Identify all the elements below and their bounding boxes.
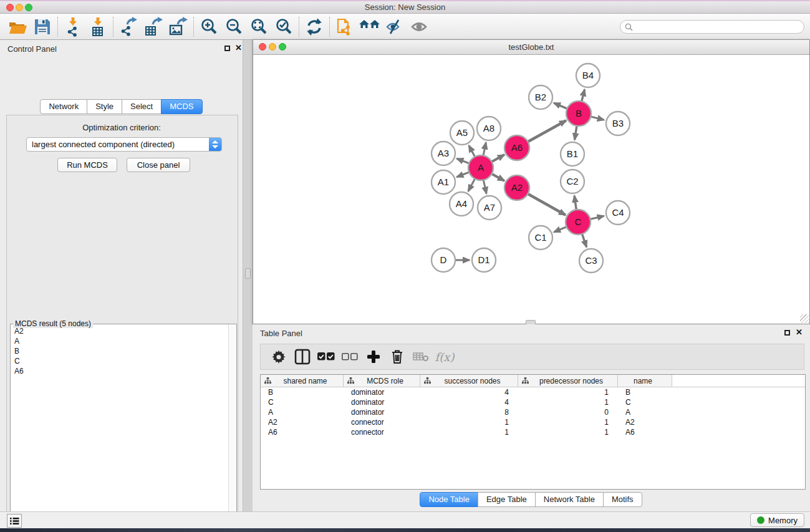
table-cell[interactable]: B	[618, 388, 672, 397]
table-cell[interactable]: A2	[618, 418, 672, 427]
mcds-result-item[interactable]: A	[11, 336, 228, 346]
float-panel-icon[interactable]	[224, 46, 230, 51]
refresh-icon[interactable]	[302, 16, 327, 37]
table-float-panel-icon[interactable]	[784, 330, 790, 336]
node-C3[interactable]: C3	[579, 249, 603, 273]
export-table-icon[interactable]	[141, 16, 166, 37]
zoom-fit-icon[interactable]	[246, 16, 271, 37]
tab-motifs[interactable]: Motifs	[603, 492, 642, 507]
table-close-panel-icon[interactable]: ✕	[796, 328, 803, 337]
show-graphics-icon[interactable]	[407, 16, 432, 37]
tab-network[interactable]: Network	[40, 99, 87, 114]
table-cell[interactable]: 1	[420, 418, 518, 427]
table-cell[interactable]: dominator	[344, 408, 420, 417]
node-A2[interactable]: A2	[504, 175, 529, 200]
table-cell[interactable]: connector	[344, 418, 420, 427]
table-cell[interactable]: 1	[420, 428, 518, 437]
node-table[interactable]: shared nameMCDS rolesuccessor nodesprede…	[260, 374, 806, 490]
node-B[interactable]: B	[566, 101, 591, 126]
column-header-predecessor-nodes[interactable]: predecessor nodes	[518, 375, 618, 387]
node-A1[interactable]: A1	[432, 170, 455, 194]
deselect-check-icon[interactable]	[338, 346, 362, 367]
run-mcds-button[interactable]: Run MCDS	[57, 158, 117, 172]
memory-button[interactable]: Memory	[750, 513, 804, 527]
close-panel-icon[interactable]: ✕	[235, 44, 242, 52]
node-D[interactable]: D	[432, 248, 455, 272]
network-graph[interactable]: B4B2BB3A5A8A6A3B1AC2A1A2A4A7C4CC1C3DD1	[253, 55, 809, 324]
node-B3[interactable]: B3	[606, 112, 630, 135]
zoom-selected-icon[interactable]	[271, 16, 296, 37]
search-input[interactable]	[635, 22, 804, 32]
table-row[interactable]: Cdominator41C	[261, 397, 805, 407]
table-cell[interactable]: dominator	[344, 388, 420, 397]
table-cell[interactable]: 1	[518, 418, 618, 427]
table-cell[interactable]: 8	[420, 408, 518, 417]
node-B4[interactable]: B4	[576, 64, 600, 87]
network-canvas[interactable]: B4B2BB3A5A8A6A3B1AC2A1A2A4A7C4CC1C3DD1	[253, 55, 809, 324]
vertical-split-grip[interactable]	[245, 268, 251, 279]
node-C1[interactable]: C1	[529, 226, 552, 249]
add-column-icon[interactable]	[362, 346, 385, 367]
table-row[interactable]: Adominator80A	[261, 407, 805, 417]
mcds-result-item[interactable]: C	[11, 356, 228, 366]
table-cell[interactable]: 4	[420, 388, 518, 397]
close-window-button[interactable]	[6, 4, 14, 11]
table-cell[interactable]: 1	[518, 398, 618, 407]
node-A3[interactable]: A3	[432, 142, 455, 165]
column-header-MCDS-role[interactable]: MCDS role	[344, 375, 420, 387]
mcds-result-item[interactable]: B	[11, 346, 228, 356]
table-cell[interactable]: A6	[261, 428, 344, 437]
select-all-check-icon[interactable]	[314, 346, 338, 367]
close-panel-button[interactable]: Close panel	[127, 158, 190, 172]
table-row[interactable]: A6connector11A6	[261, 427, 805, 437]
criterion-select[interactable]: largest connected component (directed)	[26, 137, 222, 152]
column-header-name[interactable]: name	[618, 375, 672, 387]
node-A7[interactable]: A7	[478, 196, 501, 220]
table-cell[interactable]: B	[261, 388, 344, 397]
node-C2[interactable]: C2	[561, 170, 584, 193]
tab-select[interactable]: Select	[122, 99, 162, 114]
node-A[interactable]: A	[468, 155, 493, 180]
table-cell[interactable]: 1	[518, 388, 618, 397]
zoom-out-icon[interactable]	[221, 16, 246, 37]
node-C4[interactable]: C4	[606, 201, 630, 225]
net-minimize-button[interactable]	[269, 43, 276, 51]
node-A6[interactable]: A6	[504, 135, 529, 160]
table-cell[interactable]: A2	[261, 418, 344, 427]
window-resize-grip[interactable]	[800, 314, 809, 323]
table-cell[interactable]: 1	[518, 428, 618, 437]
column-layout-icon[interactable]	[291, 346, 314, 367]
zoom-window-button[interactable]	[25, 4, 32, 11]
search-field[interactable]	[620, 20, 804, 34]
node-B2[interactable]: B2	[529, 85, 552, 109]
network-window-titlebar[interactable]: testGlobe.txt	[253, 40, 809, 55]
net-close-button[interactable]	[259, 43, 266, 51]
node-A5[interactable]: A5	[450, 121, 474, 145]
column-header-shared-name[interactable]: shared name	[261, 375, 344, 387]
save-session-icon[interactable]	[30, 16, 55, 37]
tab-node-table[interactable]: Node Table	[420, 492, 478, 507]
node-A4[interactable]: A4	[450, 192, 473, 216]
table-cell[interactable]: 4	[420, 398, 518, 407]
table-row[interactable]: Bdominator41B	[261, 387, 805, 397]
mcds-result-list[interactable]: A2ABCA6	[11, 326, 228, 532]
settings-icon[interactable]	[267, 346, 291, 367]
task-history-button[interactable]	[7, 514, 22, 528]
table-cell[interactable]: A6	[618, 428, 672, 437]
result-scrollbar[interactable]	[228, 324, 236, 532]
minimize-window-button[interactable]	[16, 4, 23, 11]
delete-column-icon[interactable]	[385, 346, 409, 367]
table-cell[interactable]: C	[618, 398, 672, 407]
net-zoom-button[interactable]	[279, 43, 286, 51]
mcds-result-item[interactable]: A2	[11, 326, 228, 336]
zoom-in-icon[interactable]	[196, 16, 221, 37]
table-cell[interactable]: C	[261, 398, 344, 407]
table-cell[interactable]: connector	[344, 428, 420, 437]
node-C[interactable]: C	[566, 210, 591, 235]
home-icon[interactable]	[357, 16, 382, 37]
tab-network-table[interactable]: Network Table	[535, 492, 604, 507]
open-file-icon[interactable]	[5, 16, 30, 37]
table-cell[interactable]: 0	[518, 408, 618, 417]
table-cell[interactable]: A	[261, 408, 344, 417]
tab-style[interactable]: Style	[87, 99, 122, 114]
